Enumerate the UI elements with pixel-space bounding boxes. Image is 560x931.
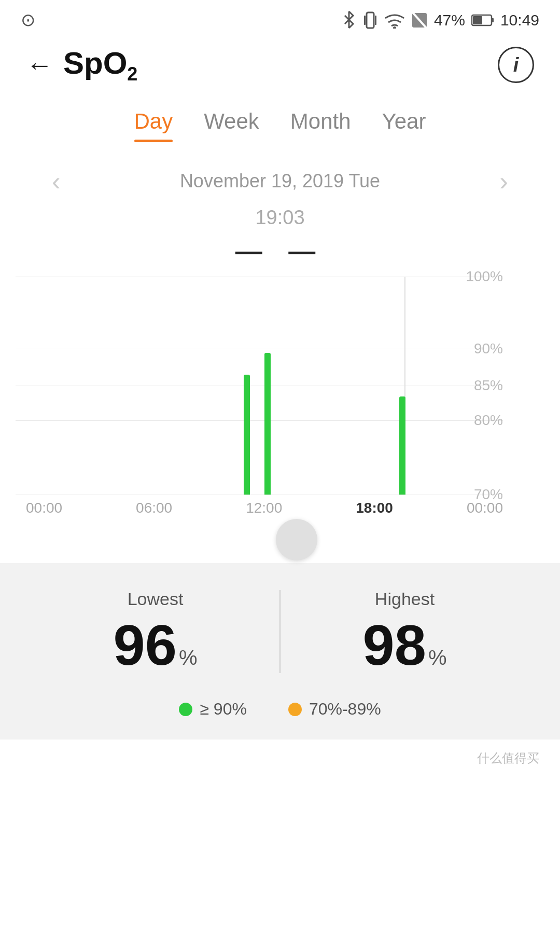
stats-section: Lowest 96 % Highest 98 % ≥ 90% 70%-89%	[0, 563, 560, 740]
next-date-button[interactable]: ›	[479, 166, 529, 196]
tab-month[interactable]: Month	[290, 109, 351, 140]
bar-3	[399, 396, 405, 495]
top-bar: ← SpO2 i	[0, 36, 560, 93]
x-label-0: 00:00	[26, 500, 62, 516]
prev-date-button[interactable]: ‹	[31, 166, 81, 196]
x-label-18: 18:00	[356, 500, 393, 516]
y-label-80: 80%	[474, 412, 503, 429]
highest-value: 98	[363, 617, 426, 674]
highest-stat: Highest 98 %	[281, 589, 529, 674]
grid-line-100	[16, 277, 503, 277]
vibrate-icon	[362, 10, 378, 30]
watermark: 什么值得买	[0, 740, 560, 772]
page-title: SpO2	[53, 45, 498, 85]
tabs: Day Week Month Year	[0, 93, 560, 145]
slider-thumb[interactable]	[276, 519, 317, 560]
y-label-100: 100%	[466, 268, 503, 285]
y-label-90: 90%	[474, 340, 503, 357]
highest-label: Highest	[281, 589, 529, 609]
tab-year[interactable]: Year	[382, 109, 426, 140]
bar-1	[244, 375, 250, 495]
lowest-unit: %	[179, 646, 198, 669]
lowest-value: 96	[114, 617, 177, 674]
legend-item-orange: 70%-89%	[288, 700, 381, 719]
bar-2	[264, 353, 271, 495]
lowest-stat: Lowest 96 %	[31, 589, 279, 674]
grid-line-80	[16, 420, 503, 421]
date-label: November 19, 2019 Tue	[81, 170, 479, 192]
date-nav: ‹ November 19, 2019 Tue ›	[0, 145, 560, 201]
status-icons: 47% 10:49	[342, 10, 539, 30]
svg-rect-7	[473, 16, 482, 24]
grid-line-90	[16, 349, 503, 349]
legend-text-green: ≥ 90%	[200, 700, 247, 719]
svg-rect-8	[492, 18, 494, 22]
grid-line-70	[16, 495, 503, 495]
back-button[interactable]: ←	[26, 51, 53, 78]
legend-dot-orange	[288, 703, 302, 716]
stats-row: Lowest 96 % Highest 98 %	[31, 589, 529, 674]
time: 10:49	[500, 11, 539, 29]
sim-icon	[411, 11, 428, 30]
legend-dot-green	[179, 703, 192, 716]
grid-line-85	[16, 386, 503, 386]
y-label-70: 70%	[474, 486, 503, 503]
svg-point-3	[393, 26, 396, 29]
x-label-12: 12:00	[246, 500, 282, 516]
info-button[interactable]: i	[498, 47, 534, 83]
app-logo: ⊙	[21, 9, 35, 30]
tab-week[interactable]: Week	[204, 109, 259, 140]
svg-rect-0	[367, 12, 374, 28]
legend-text-orange: 70%-89%	[309, 700, 381, 719]
status-bar: 47% 10:49	[0, 0, 560, 36]
chart-container: 100% 90% 85% 80% 70%	[16, 277, 534, 495]
y-label-85: 85%	[474, 377, 503, 394]
highest-unit: %	[428, 646, 447, 669]
battery-percent: 47%	[434, 11, 465, 29]
time-display: 19:03	[0, 201, 560, 232]
bluetooth-icon	[342, 10, 356, 30]
legend: ≥ 90% 70%-89%	[31, 700, 529, 719]
lowest-label: Lowest	[31, 589, 279, 609]
wifi-icon	[384, 12, 405, 29]
battery-icon	[471, 13, 494, 27]
timeline-slider[interactable]	[0, 516, 560, 558]
tab-day[interactable]: Day	[134, 109, 173, 140]
x-label-6: 06:00	[136, 500, 172, 516]
chart-grid: 100% 90% 85% 80% 70%	[16, 277, 503, 495]
svg-rect-2	[375, 16, 376, 25]
legend-item-green: ≥ 90%	[179, 700, 247, 719]
svg-rect-1	[364, 16, 366, 25]
